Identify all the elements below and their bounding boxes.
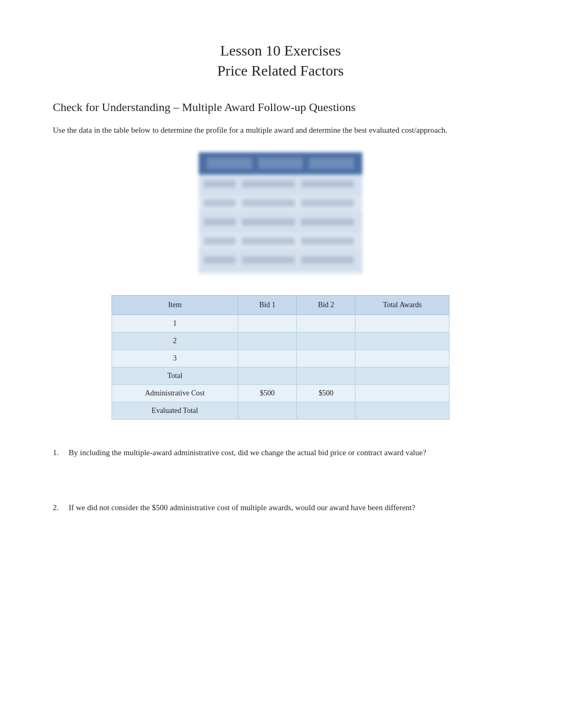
blurred-row-5 (199, 251, 362, 270)
blurred-row-4 (199, 232, 362, 251)
question-item-1: 1.By including the multiple-award admini… (53, 446, 508, 459)
questions-section: 1.By including the multiple-award admini… (53, 446, 508, 514)
blurred-body (199, 174, 362, 270)
table-row: 3 (112, 350, 450, 367)
table-cell-item: Evaluated Total (112, 402, 238, 420)
title-sub: Price Related Factors (53, 62, 508, 79)
table-cell-bid1: $500 (238, 385, 296, 402)
blurred-header-cell-3 (309, 158, 354, 169)
table-cell-total (356, 350, 450, 367)
table-cell-bid2: $500 (297, 385, 356, 402)
question-text-2: If we did not consider the $500 administ… (69, 501, 508, 514)
blurred-row-3 (199, 213, 362, 232)
blurred-cell (301, 256, 354, 264)
page-title-block: Lesson 10 Exercises Price Related Factor… (53, 42, 508, 79)
table-cell-item: 1 (112, 315, 238, 333)
table-cell-bid1 (238, 367, 296, 385)
blurred-row-1 (199, 174, 362, 193)
question-number-1: 1. (53, 446, 69, 459)
table-cell-bid2 (297, 350, 356, 367)
table-cell-total (356, 315, 450, 333)
table-cell-bid2 (297, 333, 356, 350)
blurred-cell-label (204, 237, 236, 245)
table-row: 1 (112, 315, 450, 333)
col-header-bid1: Bid 1 (238, 296, 296, 315)
blurred-reference-table (199, 152, 362, 274)
blurred-cell (242, 180, 295, 188)
col-header-total: Total Awards (356, 296, 450, 315)
table-cell-total (356, 367, 450, 385)
table-row: 2 (112, 333, 450, 350)
blurred-cell-label (204, 180, 236, 188)
table-row: Administrative Cost$500$500 (112, 385, 450, 402)
table-cell-bid1 (238, 315, 296, 333)
main-table-container: Item Bid 1 Bid 2 Total Awards 123TotalAd… (53, 295, 508, 420)
blurred-cell-label (204, 256, 236, 264)
table-cell-bid1 (238, 350, 296, 367)
table-header-row: Item Bid 1 Bid 2 Total Awards (112, 296, 450, 315)
intro-text: Use the data in the table below to deter… (53, 124, 508, 136)
table-row: Total (112, 367, 450, 385)
table-cell-total (356, 333, 450, 350)
table-cell-total (356, 402, 450, 420)
blurred-cell (301, 237, 354, 245)
blurred-cell (301, 180, 354, 188)
blurred-reference-table-container (53, 152, 508, 274)
table-row: Evaluated Total (112, 402, 450, 420)
table-cell-bid2 (297, 367, 356, 385)
section-heading: Check for Understanding – Multiple Award… (53, 100, 508, 114)
question-number-2: 2. (53, 501, 69, 514)
blurred-cell (301, 199, 354, 207)
table-cell-item: 3 (112, 350, 238, 367)
main-data-table: Item Bid 1 Bid 2 Total Awards 123TotalAd… (111, 295, 450, 420)
table-cell-item: 2 (112, 333, 238, 350)
blurred-header (199, 152, 362, 174)
question-text-1: By including the multiple-award administ… (69, 446, 508, 459)
blurred-cell-label (204, 218, 236, 226)
table-cell-bid1 (238, 402, 296, 420)
table-cell-item: Total (112, 367, 238, 385)
blurred-cell (242, 199, 295, 207)
blurred-cell (301, 218, 354, 226)
question-item-2: 2.If we did not consider the $500 admini… (53, 501, 508, 514)
table-cell-bid2 (297, 402, 356, 420)
blurred-row-2 (199, 193, 362, 213)
table-cell-total (356, 385, 450, 402)
blurred-cell (242, 256, 295, 264)
table-cell-item: Administrative Cost (112, 385, 238, 402)
table-cell-bid1 (238, 333, 296, 350)
col-header-item: Item (112, 296, 238, 315)
title-main: Lesson 10 Exercises (53, 42, 508, 59)
blurred-cell (242, 237, 295, 245)
col-header-bid2: Bid 2 (297, 296, 356, 315)
table-cell-bid2 (297, 315, 356, 333)
blurred-cell (242, 218, 295, 226)
blurred-header-cell-1 (207, 158, 252, 169)
blurred-cell-label (204, 199, 236, 207)
blurred-header-cell-2 (258, 158, 303, 169)
